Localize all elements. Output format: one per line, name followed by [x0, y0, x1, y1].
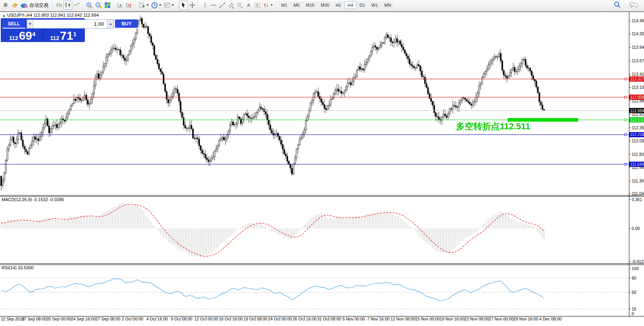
timeframe-m15-button[interactable]: M15: [303, 1, 318, 9]
community-chat-icon[interactable]: [629, 2, 638, 9]
new-order-button[interactable]: 单: [1, 1, 10, 10]
templates-dropdown-caret: [172, 4, 174, 6]
equidistant-channel-icon: E: [228, 2, 234, 8]
svg-text:T: T: [256, 4, 259, 8]
svg-text:A: A: [247, 3, 250, 8]
vertical-line-button[interactable]: [201, 1, 209, 10]
volume-increase-button[interactable]: [107, 20, 113, 28]
text-button[interactable]: A: [244, 1, 253, 10]
periods-button[interactable]: [150, 1, 163, 10]
arrows-button[interactable]: [262, 1, 274, 10]
crosshair-button[interactable]: [188, 1, 197, 10]
indicators-icon: [138, 2, 145, 8]
macd-tick-label: 0.361: [632, 197, 642, 202]
macd-histogram: [1, 203, 544, 257]
arrows-dropdown-caret: [270, 4, 273, 6]
sell-button[interactable]: SELL: [2, 19, 25, 29]
bull-candles-layer: [2, 18, 524, 186]
rsi-tick-label: 100: [632, 266, 639, 271]
rsi-line: [1, 278, 544, 301]
horizontal-line-icon: [211, 2, 217, 8]
one-click-trading-panel: SELL BUY 112 69 4 112 71 1: [1, 18, 85, 42]
templates-button[interactable]: [163, 1, 175, 10]
order-book-button[interactable]: [10, 1, 19, 10]
auto-scroll-button[interactable]: [116, 1, 125, 10]
text-label-button[interactable]: T: [253, 1, 262, 10]
candlestick-chart-button[interactable]: [63, 1, 72, 10]
macd-tick-label: 0.00: [632, 226, 640, 231]
level-line-handle[interactable]: [625, 163, 627, 165]
buy-price-sup: 1: [73, 31, 77, 37]
triangle-down-icon: [29, 23, 32, 25]
timeframe-w1-button[interactable]: W1: [368, 1, 381, 9]
chart-shift-button[interactable]: [125, 1, 133, 10]
toolbar-grip: [82, 2, 84, 9]
bar-chart-icon: [56, 2, 62, 8]
chart-shift-icon: [126, 2, 132, 8]
level-line-handle[interactable]: [625, 119, 627, 121]
level-line-handle[interactable]: [625, 78, 627, 80]
tile-windows-icon: [104, 2, 111, 8]
timeframe-m1-button[interactable]: M1: [278, 1, 290, 9]
time-axis-label: 20 Sep 00:00: [46, 316, 71, 321]
zoom-out-button[interactable]: [94, 1, 103, 10]
horizontal-line-button[interactable]: [209, 1, 218, 10]
time-axis-label: 12 Nov 08:00: [391, 316, 416, 321]
toolbar-right: [613, 1, 638, 10]
rsi-tick-label: 0: [632, 311, 634, 316]
line-chart-icon: [73, 2, 80, 8]
level-line-handle[interactable]: [625, 96, 627, 98]
mt4-window: 114.465114.205113.940113.675113.410113.1…: [0, 0, 644, 326]
time-axis-label: 29 Nov 16:00: [514, 316, 539, 321]
price-tick-label: 112.355: [632, 125, 644, 130]
price-level-badge-label: 113.317: [630, 77, 644, 81]
rsi-tick-label: 80: [632, 276, 636, 280]
chart-symbol: USDJPY-,H4: [7, 13, 32, 17]
equidistant-channel-button[interactable]: E: [227, 1, 236, 10]
time-axis-label: 24 Sep 16:00: [71, 316, 96, 321]
toolbar-grip: [176, 2, 178, 9]
pivot-annotation[interactable]: 多空转折点112.511: [456, 121, 530, 132]
sell-price[interactable]: 112 69 4: [2, 29, 42, 42]
cursor-button[interactable]: [179, 1, 188, 10]
zoom-in-button[interactable]: [85, 1, 94, 10]
fibonacci-button[interactable]: F: [236, 1, 244, 10]
timeframe-h4-button[interactable]: H4: [344, 1, 356, 9]
indicators-button[interactable]: [137, 1, 150, 10]
volume-input[interactable]: [33, 20, 107, 28]
buy-price[interactable]: 112 71 1: [44, 29, 84, 42]
time-axis-label: 27 Nov 00:00: [489, 316, 514, 321]
level-line-handle[interactable]: [625, 134, 627, 136]
time-axis-label: 4 Dec 08:00: [539, 316, 562, 321]
cursor-icon: [180, 2, 187, 8]
trendline-button[interactable]: [218, 1, 227, 10]
price-level-badge-label: 112.694: [630, 109, 644, 113]
timeframe-d1-button[interactable]: D1: [356, 1, 368, 9]
buy-price-prefix: 112: [50, 35, 59, 41]
buy-button[interactable]: BUY: [115, 19, 138, 29]
volume-decrease-button[interactable]: [27, 20, 33, 28]
price-tick-label: 111.830: [632, 152, 644, 157]
autotrading-button[interactable]: 自动交易: [19, 1, 51, 10]
chart-canvas[interactable]: 114.465114.205113.940113.675113.410113.1…: [0, 0, 644, 326]
timeframe-mn-button[interactable]: MN: [381, 1, 394, 9]
time-axis-label: 16 Oct 16:00: [219, 316, 243, 321]
time-axis-label: 2 Oct 00:00: [122, 316, 143, 321]
time-axis-label: 26 Oct 16:00: [293, 316, 316, 321]
bar-chart-button[interactable]: [55, 1, 63, 10]
timeframe-m30-button[interactable]: M30: [318, 1, 332, 9]
timeframe-h1-button[interactable]: H1: [332, 1, 344, 9]
zoom-out-icon: [95, 2, 102, 9]
macd-label: MACD(12,26,9) -0.1532 -0.0285: [2, 197, 64, 202]
price-tick-label: 114.205: [632, 31, 644, 36]
toolbar: 单 自动交易: [0, 0, 644, 11]
line-chart-button[interactable]: [72, 1, 81, 10]
tile-windows-button[interactable]: [103, 1, 112, 10]
rsi-tick-label: 15: [632, 307, 636, 311]
timeframe-m5-button[interactable]: M5: [290, 1, 303, 9]
candlestick-chart-icon: [65, 2, 71, 8]
search-icon[interactable]: [613, 1, 621, 10]
collapse-arrow-icon[interactable]: ▲: [2, 14, 6, 17]
rsi-label: RSI(14) 33.5300: [2, 265, 34, 270]
toolbar-grip: [198, 2, 199, 9]
